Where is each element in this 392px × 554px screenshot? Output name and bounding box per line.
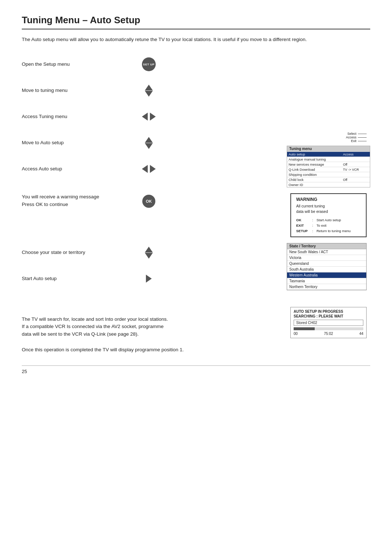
arrow-right-icon-3	[146, 275, 152, 283]
warning-key-ok: OK : Start Auto setup	[296, 217, 361, 223]
menu-col-access: Access	[343, 153, 368, 156]
step-label-access-tuning: Access Tuning menu	[22, 113, 134, 120]
menu-col-childlock: Child lock	[289, 178, 343, 182]
step-label-open-setup: Open the Setup menu	[22, 61, 134, 68]
menu-row-analogue: Analogue manual tuning	[287, 157, 370, 162]
menu-col-off-1: Off	[343, 163, 368, 166]
warning-body: All current tuning data will be erased	[296, 203, 361, 214]
arrow-down-icon	[145, 91, 153, 97]
tuning-menu-diagram: Tuning menu Auto setup Access Analogue m…	[287, 146, 370, 187]
arrow-up-icon-3	[145, 247, 153, 252]
step-icon-ok: OK	[134, 193, 163, 208]
warning-title: WARNING	[296, 197, 361, 202]
legend-access-label: Access	[346, 136, 356, 139]
menu-col-owner: Owner ID	[289, 183, 343, 187]
step-icon-nav-updown-2	[134, 137, 163, 149]
menu-row-auto-setup: Auto setup Access	[287, 151, 370, 157]
step-icon-nav-updown-1	[134, 85, 163, 97]
warning-box: WARNING All current tuning data will be …	[290, 193, 367, 237]
step-label-warning: You will receive a warning message Press…	[22, 193, 134, 208]
state-territory-diagram: State / Territory New South Wales / ACT …	[287, 243, 367, 290]
step-access-tuning: Access Tuning menu	[22, 106, 370, 128]
step-warning: You will receive a warning message Press…	[22, 190, 269, 212]
menu-col-new-services: New services message	[289, 162, 343, 166]
arrow-right-icon-2	[150, 165, 156, 173]
menu-row-qlink: Q-Link Download TV -> VCR	[287, 167, 370, 172]
state-row-sa: South Australia	[287, 267, 366, 272]
prog-footer-mid: 75:02	[324, 332, 333, 336]
step-icon-nav-right	[134, 275, 163, 283]
tuning-menu-title: Tuning menu	[287, 146, 370, 151]
arrow-up-icon-2	[145, 137, 153, 143]
state-title: State / Territory	[287, 243, 366, 249]
step-icon-nav-updown-3	[134, 247, 163, 259]
step-move-auto: Move to Auto setup	[22, 132, 269, 154]
prog-footer-right: 44	[359, 332, 363, 336]
key-exit: EXIT	[296, 223, 311, 228]
state-row-vic: Victoria	[287, 255, 366, 261]
legend-exit-label: Exit	[351, 139, 356, 143]
step-choose-state: Choose your state or territory	[22, 242, 269, 263]
step-icon-setup-btn: SET UP	[134, 57, 163, 71]
key-ok: OK	[296, 217, 311, 223]
warning-key-setup: SETUP : Return to tuning menu	[296, 228, 361, 234]
step-access-auto: Access Auto setup	[22, 158, 269, 180]
menu-row-childlock: Child lock Off	[287, 177, 370, 182]
arrow-left-icon-2	[142, 165, 148, 173]
warning-line1: All current tuning	[296, 204, 325, 208]
step-label-move-auto: Move to Auto setup	[22, 139, 134, 146]
prog-subtitle: SEARCHING : PLEASE WAIT	[294, 314, 363, 318]
footer-text: The TV will search for, locate and sort …	[22, 316, 269, 338]
warning-key-exit: EXIT : To exit	[296, 223, 361, 228]
step-start-auto: Start Auto setup	[22, 268, 269, 290]
setup-button-icon: SET UP	[142, 57, 156, 71]
key-setup: SETUP	[296, 228, 311, 234]
state-row-qld: Queensland	[287, 261, 366, 267]
menu-row-new-services: New services message Off	[287, 162, 370, 167]
prog-title: AUTO SETUP IN PROGRESS	[294, 310, 363, 314]
prog-footer-left: 00	[294, 332, 298, 336]
step-label-move-tuning: Move to tuning menu	[22, 87, 134, 94]
menu-row-shipping: Shipping condition	[287, 172, 370, 177]
step-label-start-auto: Start Auto setup	[22, 275, 134, 282]
progress-bar	[294, 327, 363, 330]
menu-col-auto-setup: Auto setup	[289, 152, 343, 156]
key-exit-value: To exit	[317, 223, 361, 228]
steps-area: Open the Setup menu SET UP Move to tunin…	[22, 53, 370, 298]
arrow-down-icon-3	[145, 253, 153, 259]
step-open-setup: Open the Setup menu SET UP	[22, 53, 370, 75]
state-row-nsw: New South Wales / ACT	[287, 249, 366, 255]
page-number: 25	[22, 365, 370, 374]
step-icon-nav-lr-1	[134, 113, 163, 121]
intro-text: The Auto setup menu will allow you to au…	[22, 36, 334, 43]
stored-box: Stored CH02	[294, 320, 363, 326]
warning-keys: OK : Start Auto setup EXIT : To exit SET…	[296, 217, 361, 234]
arrow-up-icon	[145, 85, 153, 90]
step-icon-nav-lr-2	[134, 165, 163, 173]
menu-col-analogue: Analogue manual tuning	[289, 157, 343, 161]
page-title: Tuning Menu – Auto Setup	[22, 15, 370, 29]
state-row-nt: Northern Territory	[287, 284, 366, 290]
menu-col-shipping: Shipping condition	[289, 173, 343, 177]
arrow-right-icon	[150, 113, 156, 121]
remote-legend: Select Access Exit	[346, 132, 367, 143]
outro-text: Once this operation is completed the TV …	[22, 347, 334, 352]
auto-progress-diagram: AUTO SETUP IN PROGRESS SEARCHING : PLEAS…	[290, 307, 367, 338]
step-label-choose-state: Choose your state or territory	[22, 249, 134, 256]
key-setup-value: Return to tuning menu	[317, 228, 361, 234]
step-move-tuning: Move to tuning menu	[22, 80, 370, 101]
prog-footer: 00 75:02 44	[294, 332, 363, 336]
state-row-tas: Tasmania	[287, 278, 366, 284]
step-label-access-auto: Access Auto setup	[22, 165, 134, 173]
ok-button-icon: OK	[142, 195, 155, 208]
key-ok-value: Start Auto setup	[317, 217, 361, 223]
progress-bar-fill	[294, 327, 315, 330]
warning-line2: data will be erased	[296, 209, 328, 214]
arrow-left-icon	[142, 113, 148, 121]
state-row-wa: Western Australia	[287, 272, 366, 278]
menu-col-tv-vcr: TV -> VCR	[343, 168, 368, 171]
menu-col-qlink: Q-Link Download	[289, 167, 343, 171]
menu-row-owner: Owner ID	[287, 182, 370, 187]
menu-col-off-2: Off	[343, 178, 368, 182]
legend-select-label: Select	[347, 132, 356, 136]
